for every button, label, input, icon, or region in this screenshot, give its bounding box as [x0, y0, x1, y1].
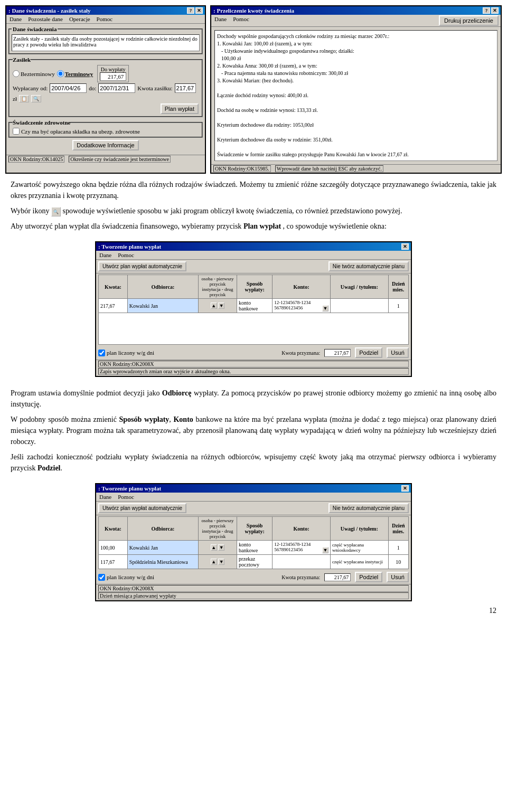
plan1-nie-btn[interactable]: Nie twórz automatycznie planu: [328, 261, 409, 271]
przel-line-2: - Użytkowanie indywidualnego gospodarstw…: [217, 48, 495, 55]
czy-ma-checkbox[interactable]: [13, 128, 20, 135]
th-sposob1: Sposób wypłaty:: [237, 275, 273, 299]
sw-zdrowotne-fieldset: Świadczenie zdrowotne Czy ma być opłacan…: [8, 119, 203, 138]
plan2-r1-arrow-up[interactable]: ▲: [211, 544, 217, 551]
menu-operacje[interactable]: Operacje: [68, 15, 91, 23]
plan1-menu-dane[interactable]: Dane: [98, 251, 112, 259]
menu-dane[interactable]: Dane: [8, 15, 23, 23]
czy-ma-label[interactable]: Czy ma być opłacana składka na ubezp. zd…: [13, 128, 199, 135]
plan-wyplat-btn[interactable]: Plan wypłat: [161, 103, 199, 114]
dane-sw-close-btn[interactable]: ✕: [195, 7, 203, 14]
plan2-row1: 100,00 Kowalski Jan ▲ ▼ konto bankowe 12…: [99, 541, 409, 555]
info-text-box: Zasiłek stały - zasiłek stały dla osoby …: [12, 34, 200, 51]
plan-wyplat-row: Plan wypłat: [13, 103, 199, 114]
przel-line-6: 3. Kowalski Marian: (bez dochodu).: [217, 77, 495, 84]
plan-wyplat-bold: Plan wypłat: [243, 222, 281, 230]
plan1-empty-cell: [99, 313, 409, 345]
page-num: 12: [489, 607, 496, 615]
wyplacany-od-label: Wypłacany od:: [13, 85, 48, 91]
plan1-auto-btn[interactable]: Utwórz plan wypłat automatycznie: [98, 261, 186, 271]
plan1-checkbox[interactable]: [98, 350, 105, 356]
plan2-r2-odbiorca: Spółdzielnia Mieszkaniowa: [127, 555, 198, 569]
plan2-r1-arrows: ▲ ▼: [198, 541, 237, 555]
menu-pomoc-left[interactable]: Pomoc: [96, 15, 114, 23]
para2: Wybór ikony 🔍 spowoduje wyświetlenie spo…: [11, 205, 496, 216]
plan1-table-area: Kwota: Odbiorca: osoba - pierwszy przyci…: [96, 273, 411, 346]
przel-status1: OKN Rodziny:OK15985.: [213, 165, 271, 172]
plan2-menubar: Dane Pomoc: [96, 493, 411, 502]
menu-pozostale[interactable]: Pozostałe dane: [27, 15, 64, 23]
plan1-r1-odbiorca: Kowalski Jan: [127, 299, 198, 313]
przel-close-btn[interactable]: ✕: [491, 7, 499, 14]
plan2-r1-arrow-down[interactable]: ▼: [218, 544, 224, 551]
przel-menu-pomoc[interactable]: Pomoc: [232, 15, 250, 26]
plan2-table-area: Kwota: Odbiorca: osoba - pierwszy przyci…: [96, 515, 411, 570]
dane-sw-fieldset: Dane świadczenia Zasiłek stały - zasiłek…: [8, 26, 203, 54]
bezterminowy-radio-label[interactable]: Bezterminowy: [13, 70, 55, 77]
dane-sw-menubar: Dane Pozostałe dane Operacje Pomoc: [6, 15, 205, 24]
dodatkowe-btn[interactable]: Dodatkowe Informacje: [72, 140, 138, 150]
plan1-podziel-btn[interactable]: Podziel: [355, 347, 382, 358]
page-num-area: 12: [0, 607, 507, 620]
plan1-r1-konto: 12-12345678-1234567890123456▼: [273, 299, 331, 313]
plan2-r2-arrow-down[interactable]: ▼: [218, 559, 224, 565]
plan2-r1-dzien: 1: [388, 541, 408, 555]
przel-menubar: Dane Pomoc Drukuj przeliczenie: [211, 15, 501, 27]
plan2-close-btn[interactable]: ✕: [401, 485, 409, 492]
terminowy-radio[interactable]: [57, 70, 64, 77]
plan1-kwota-val: 217,67: [324, 349, 351, 357]
plan2-menu-pomoc[interactable]: Pomoc: [117, 493, 135, 501]
th2-kwota: Kwota:: [99, 517, 128, 541]
od-field[interactable]: [50, 83, 87, 93]
plan1-kwota-label: Kwota przyznana:: [281, 350, 320, 356]
kwota-icon-btn[interactable]: 📋: [19, 95, 29, 102]
plan1-arrow-down[interactable]: ▼: [218, 303, 224, 309]
plan2-r2-arrows: ▲ ▼: [198, 555, 237, 569]
dane-sw-help-btn[interactable]: ?: [187, 7, 194, 14]
przel-help-btn[interactable]: ?: [483, 7, 490, 14]
bezterminowy-radio[interactable]: [13, 70, 20, 77]
plan1-container: : Tworzenie planu wypłat ✕ Dane Pomoc Ut…: [0, 241, 507, 377]
kwota-field[interactable]: [175, 83, 196, 93]
przel-dochod: Dochód na osobę w rodzinie wynosi: 133,3…: [217, 107, 495, 114]
plan2-container: : Tworzenie planu wypłat ✕ Dane Pomoc Ut…: [0, 483, 507, 601]
plan1-close-btn[interactable]: ✕: [401, 243, 409, 250]
przel-line-4: 2. Kowalska Anna: 300,00 zł (razem), a w…: [217, 62, 495, 70]
print-btn[interactable]: Drukuj przeliczenie: [439, 15, 499, 26]
plan2-checkbox-label[interactable]: plan liczony w/g dni: [98, 574, 154, 581]
plan1-usun-btn[interactable]: Usuń: [387, 347, 409, 358]
plan2-nie-btn[interactable]: Nie twórz automatycznie planu: [328, 503, 409, 513]
przel-line-0: Dochody wspólnie gospodarujących członkó…: [217, 33, 495, 40]
plan2-bottom: plan liczony w/g dni Kwota przyznana: 21…: [96, 570, 411, 584]
plan2-auto-btn[interactable]: Utwórz plan wypłat automatycznie: [98, 503, 186, 513]
th2-sposob: Sposób wypłaty:: [237, 517, 273, 541]
para1: Zawartość powyższego okna będzie różna d…: [11, 179, 496, 201]
plan2-podziel-btn[interactable]: Podziel: [355, 572, 382, 582]
status2: Określenie czy świadczenie jest beztermi…: [69, 156, 171, 163]
plan2-r1-uwagi: część wypłacana wnioskodawcy: [330, 541, 388, 555]
plan2-usun-btn[interactable]: Usuń: [387, 572, 409, 582]
plan2-menu-dane[interactable]: Dane: [98, 493, 112, 501]
plan1-status2: Zapis wprowadzonych zmian oraz wyjście z…: [98, 368, 409, 375]
konto-bold: Konto: [173, 416, 193, 423]
kwota-search-btn[interactable]: 🔍: [31, 95, 41, 102]
plan1-arrow-up[interactable]: ▲: [211, 303, 217, 309]
przel-menu-dane[interactable]: Dane: [213, 15, 228, 26]
do-field[interactable]: [98, 83, 135, 93]
plan1-r1-uwagi: [330, 299, 388, 313]
th-kwota1: Kwota:: [99, 275, 128, 299]
dane-sw-statusbar: OKN Rodziny:OK14025 Określenie czy świad…: [6, 155, 205, 163]
plan1-konto-btn[interactable]: ▼: [322, 305, 328, 311]
th2-uwagi: Uwagi / tytułem:: [330, 517, 388, 541]
plan2-checkbox[interactable]: [98, 574, 105, 581]
plan1-checkbox-label[interactable]: plan liczony w/g dni: [98, 350, 154, 356]
plan1-status1: OKN Rodziny:OK2008X: [98, 361, 409, 367]
dane-sw-title: : Dane świadczenia - zasiłek stały: [8, 7, 91, 14]
plan1-menu-pomoc[interactable]: Pomoc: [117, 251, 135, 259]
plan2-r1-konto-btn[interactable]: ▼: [322, 547, 328, 553]
plan2-r2-arrow-up[interactable]: ▲: [211, 559, 217, 565]
plan2-r1-odbiorca: Kowalski Jan: [127, 541, 198, 555]
przel-line-5: - Praca najemna stała na stanowisku robo…: [217, 70, 495, 77]
przel-titlebar: : Przeliczenie kwoty świadczenia ? ✕: [211, 6, 501, 15]
terminowy-radio-label[interactable]: Terminowy: [57, 70, 93, 77]
